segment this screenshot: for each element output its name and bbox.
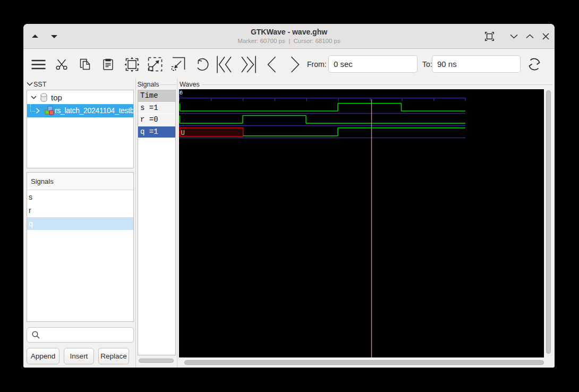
svg-text:U: U [181, 130, 185, 137]
svg-text:0: 0 [180, 90, 183, 96]
